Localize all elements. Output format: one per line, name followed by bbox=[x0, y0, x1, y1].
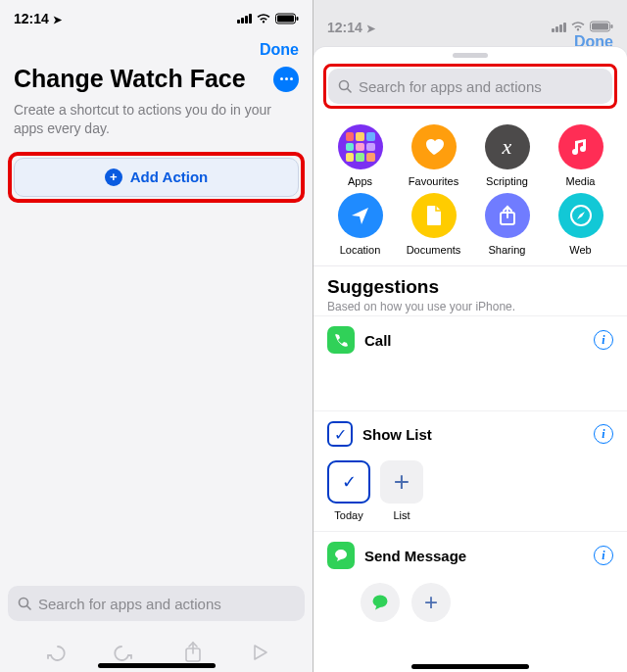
suggestions-subtitle: Based on how you use your iPhone. bbox=[327, 300, 613, 313]
category-media[interactable]: Media bbox=[544, 124, 617, 187]
action-sheet: Search for apps and actions Apps Favouri… bbox=[314, 47, 627, 672]
page-description: Create a shortcut to actions you do in y… bbox=[0, 101, 313, 152]
redo-button[interactable] bbox=[114, 642, 135, 663]
category-documents[interactable]: Documents bbox=[397, 193, 470, 256]
category-location[interactable]: Location bbox=[323, 193, 397, 256]
category-apps[interactable]: Apps bbox=[323, 124, 397, 187]
scripting-icon: x bbox=[485, 124, 530, 169]
suggestions-header: Suggestions Based on how you use your iP… bbox=[314, 266, 627, 315]
done-button[interactable]: Done bbox=[260, 41, 299, 59]
plus-icon: + bbox=[380, 460, 423, 504]
checked-today-icon: ✓ bbox=[327, 460, 370, 504]
svg-rect-1 bbox=[277, 16, 294, 23]
category-scripting[interactable]: x Scripting bbox=[470, 124, 544, 187]
heart-icon bbox=[411, 124, 457, 169]
add-action-button[interactable]: + Add Action bbox=[14, 158, 299, 197]
category-web[interactable]: Web bbox=[544, 193, 617, 256]
page-title: Change Watch Face bbox=[14, 65, 264, 93]
add-action-highlight: + Add Action bbox=[8, 152, 305, 203]
search-icon bbox=[338, 79, 353, 94]
chip-list[interactable]: + List bbox=[380, 460, 423, 521]
undo-button[interactable] bbox=[44, 642, 66, 663]
add-action-label: Add Action bbox=[130, 168, 208, 185]
status-time: 12:14 ➤ bbox=[14, 11, 62, 26]
suggestion-show-list[interactable]: ✓ Show List i bbox=[314, 410, 627, 456]
battery-icon bbox=[275, 13, 299, 24]
home-indicator[interactable] bbox=[98, 663, 216, 668]
messages-icon bbox=[327, 542, 355, 569]
status-bar: 12:14 ➤ bbox=[0, 0, 313, 37]
bottom-toolbar bbox=[0, 641, 313, 664]
document-icon bbox=[411, 193, 457, 238]
home-indicator[interactable] bbox=[411, 664, 529, 669]
status-indicators bbox=[237, 13, 299, 24]
sheet-grabber[interactable] bbox=[453, 53, 488, 58]
search-input[interactable]: Search for apps and actions bbox=[8, 586, 305, 621]
info-button[interactable]: i bbox=[594, 546, 613, 565]
cellular-icon bbox=[237, 14, 252, 24]
search-placeholder: Search for apps and actions bbox=[359, 78, 542, 95]
cellular-icon bbox=[552, 23, 566, 32]
search-highlight: Search for apps and actions bbox=[323, 64, 617, 109]
info-button[interactable]: i bbox=[594, 330, 613, 350]
apps-icon bbox=[338, 124, 383, 169]
category-sharing[interactable]: Sharing bbox=[470, 193, 544, 256]
svg-line-4 bbox=[27, 605, 31, 609]
svg-rect-9 bbox=[611, 24, 613, 28]
svg-line-11 bbox=[348, 88, 352, 92]
chip-today[interactable]: ✓ Today bbox=[327, 460, 370, 521]
message-contact-add[interactable]: + bbox=[411, 583, 451, 622]
search-placeholder: Search for apps and actions bbox=[38, 596, 221, 612]
suggestions-title: Suggestions bbox=[327, 276, 613, 298]
svg-rect-8 bbox=[592, 24, 608, 30]
location-icon bbox=[338, 193, 383, 238]
wifi-icon bbox=[256, 13, 271, 24]
category-favourites[interactable]: Favourites bbox=[397, 124, 470, 187]
compass-icon bbox=[558, 193, 603, 238]
search-icon bbox=[18, 597, 32, 611]
share-button[interactable] bbox=[183, 641, 203, 664]
music-icon bbox=[558, 124, 603, 169]
info-button[interactable]: i bbox=[594, 424, 613, 444]
svg-rect-2 bbox=[297, 17, 299, 21]
suggestion-send-message[interactable]: Send Message i bbox=[314, 531, 627, 579]
search-input[interactable]: Search for apps and actions bbox=[328, 69, 612, 104]
play-button[interactable] bbox=[251, 644, 268, 661]
phone-icon bbox=[327, 326, 355, 354]
more-button[interactable] bbox=[273, 67, 299, 92]
checkbox-icon: ✓ bbox=[327, 421, 353, 447]
message-contact-1[interactable] bbox=[361, 583, 400, 622]
suggestion-call[interactable]: Call i bbox=[314, 315, 627, 363]
plus-circle-icon: + bbox=[105, 168, 122, 186]
share-icon bbox=[485, 193, 530, 238]
